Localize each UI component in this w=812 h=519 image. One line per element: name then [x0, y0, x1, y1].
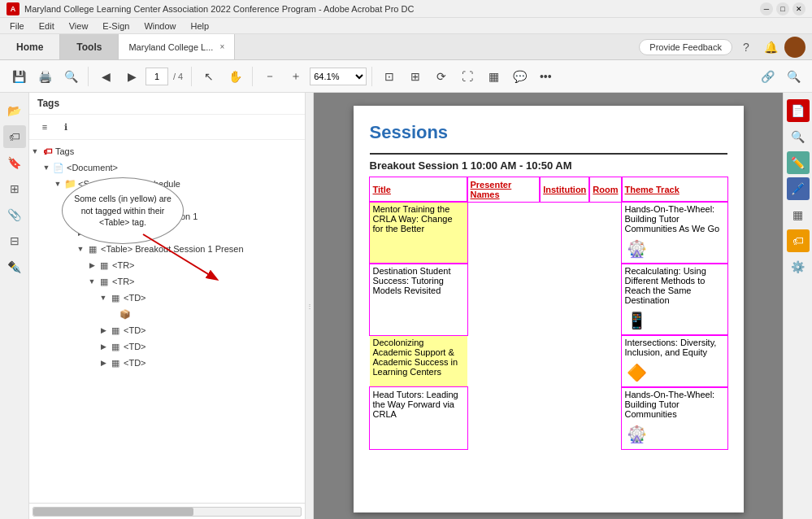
sidebar-tags-icon[interactable]: 🏷 — [3, 125, 26, 148]
expand-obj — [107, 308, 119, 320]
right-icon-tools[interactable]: ▦ — [787, 203, 810, 226]
share-button[interactable]: 🔗 — [755, 64, 779, 89]
tags-scroll-thumb — [33, 508, 193, 516]
right-icon-comment[interactable]: ✏️ — [787, 151, 810, 174]
sidebar-attachment-icon[interactable]: 📎 — [3, 203, 26, 226]
menu-help[interactable]: Help — [185, 20, 216, 32]
expand-td4[interactable]: ▶ — [98, 357, 109, 369]
user-avatar[interactable] — [784, 37, 805, 58]
resize-icon: ⋮ — [306, 303, 313, 310]
sidebar-pages-icon[interactable]: ⊟ — [3, 229, 26, 252]
td-institution-4 — [540, 387, 589, 449]
forward-button[interactable]: ▶ — [119, 64, 144, 89]
td-title-1: Mentor Training the CRLA Way: Change for… — [370, 202, 467, 264]
more-button[interactable]: ••• — [533, 64, 558, 89]
tab-bar: Home Tools Maryland College L... × Provi… — [0, 34, 812, 60]
save-button[interactable]: 💾 — [7, 64, 31, 89]
expand-table[interactable]: ▼ — [75, 243, 86, 255]
right-icon-pdf[interactable]: 📄 — [787, 99, 810, 122]
maximize-button[interactable]: □ — [776, 2, 789, 15]
tab-tools[interactable]: Tools — [60, 34, 119, 59]
fit-width-button[interactable]: ⊞ — [403, 64, 428, 89]
rotate-button[interactable]: ⟳ — [429, 64, 454, 89]
sidebar-sign-icon[interactable]: ✒️ — [3, 255, 26, 278]
sidebar-layers-icon[interactable]: ⊞ — [3, 177, 26, 200]
toolbar: 💾 🖨️ 🔍 ◀ ▶ / 4 ↖ ✋ － ＋ 64.1% 50% 75% 100… — [0, 60, 812, 93]
right-icon-tag[interactable]: 🏷 — [787, 229, 810, 252]
tree-item-td3[interactable]: ▶ ▦ <TD> — [29, 338, 305, 355]
zoom-out-button[interactable]: － — [258, 64, 282, 89]
right-icon-settings[interactable]: ⚙️ — [787, 255, 810, 278]
right-icon-edit[interactable]: 🖊️ — [787, 177, 810, 200]
th-room: Room — [589, 177, 621, 202]
tab-right-controls: Provide Feedback ? 🔔 — [639, 34, 812, 59]
expand-td1[interactable]: ▼ — [98, 292, 109, 303]
tab-doc-label: Maryland College L... — [128, 42, 213, 52]
provide-feedback-button[interactable]: Provide Feedback — [639, 39, 732, 55]
expand-tr1[interactable]: ▶ — [86, 260, 98, 271]
expand-td2[interactable]: ▶ — [98, 325, 109, 336]
cursor-tool[interactable]: ↖ — [197, 64, 221, 89]
tree-item-document[interactable]: ▼ 📄 <Document> — [29, 159, 305, 176]
crop-button[interactable]: ⛶ — [455, 64, 480, 89]
menu-window[interactable]: Window — [137, 20, 182, 32]
hand-tool[interactable]: ✋ — [223, 64, 247, 89]
tree-item-obj[interactable]: 📦 — [29, 306, 305, 322]
forms-button[interactable]: ▦ — [481, 64, 506, 89]
expand-document[interactable]: ▼ — [41, 162, 52, 173]
tags-view-btn[interactable]: ≡ — [36, 118, 54, 136]
tab-document[interactable]: Maryland College L... × — [119, 34, 235, 59]
tree-item-td2[interactable]: ▶ ▦ <TD> — [29, 322, 305, 338]
separator-3 — [252, 67, 253, 86]
theme-icon-2: 📱 — [625, 308, 649, 333]
fit-page-button[interactable]: ⊡ — [377, 64, 402, 89]
comment-button[interactable]: 💬 — [507, 64, 532, 89]
zoom-in-button[interactable]: ＋ — [284, 64, 308, 89]
expand-tr2[interactable]: ▼ — [86, 276, 98, 287]
zoom-out-search-button[interactable]: 🔍 — [59, 64, 83, 89]
help-button[interactable]: ? — [736, 37, 757, 58]
panel-resize-handle[interactable]: ⋮ — [306, 93, 314, 519]
search-user-button[interactable]: 🔍 — [781, 64, 805, 89]
tree-item-td1[interactable]: ▼ ▦ <TD> — [29, 290, 305, 306]
expand-td3[interactable]: ▶ — [98, 341, 109, 352]
print-button[interactable]: 🖨️ — [33, 64, 57, 89]
minimize-button[interactable]: ─ — [760, 2, 773, 15]
menu-view[interactable]: View — [63, 20, 95, 32]
tags-horizontal-scrollbar[interactable] — [29, 503, 305, 519]
tags-scroll-track — [33, 507, 302, 517]
td-room-4 — [589, 387, 621, 449]
sidebar-bookmark-icon[interactable]: 🔖 — [3, 151, 26, 174]
right-icon-search[interactable]: 🔍 — [787, 125, 810, 148]
tags-panel: Tags ≡ ℹ ▼ 🏷 Tags ▼ 📄 <Document> — [29, 93, 306, 519]
pdf-page: Sessions Breakout Session 1 10:00 AM - 1… — [354, 106, 744, 512]
zoom-select[interactable]: 64.1% 50% 75% 100% — [310, 68, 367, 85]
td-title-4: Head Tutors: Leading the Way Forward via… — [370, 387, 467, 449]
icon-tr2: ▦ — [98, 275, 111, 288]
back-button[interactable]: ◀ — [93, 64, 118, 89]
expand-tags-root[interactable]: ▼ — [29, 146, 41, 157]
th-presenter: Presenter Names — [467, 177, 541, 202]
theme-text-3: Intersections: Diversity, Inclusion, and… — [625, 338, 724, 357]
table-row: Head Tutors: Leading the Way Forward via… — [370, 387, 727, 449]
notifications-button[interactable]: 🔔 — [760, 37, 781, 58]
theme-icon-3: 🔶 — [625, 360, 649, 385]
page-number-input[interactable] — [145, 68, 168, 85]
tags-info-btn[interactable]: ℹ — [57, 118, 75, 136]
tab-home[interactable]: Home — [0, 34, 60, 59]
pdf-content-area[interactable]: Sessions Breakout Session 1 10:00 AM - 1… — [314, 93, 783, 519]
icon-td3: ▦ — [109, 340, 122, 353]
tab-home-label: Home — [16, 41, 43, 53]
menu-file[interactable]: File — [3, 20, 31, 32]
menu-esign[interactable]: E-Sign — [96, 20, 136, 32]
tree-item-tags-root[interactable]: ▼ 🏷 Tags — [29, 143, 305, 159]
tree-item-td4[interactable]: ▶ ▦ <TD> — [29, 355, 305, 371]
session-table: Title Presenter Names Institution Room T… — [370, 177, 727, 449]
theme-icon-1: 🎡 — [625, 237, 649, 261]
close-button[interactable]: ✕ — [792, 2, 805, 15]
sidebar-open-icon[interactable]: 📂 — [3, 99, 26, 122]
tab-close-button[interactable]: × — [219, 42, 224, 51]
tags-header: Tags — [29, 93, 305, 115]
tags-title: Tags — [37, 98, 59, 109]
menu-edit[interactable]: Edit — [33, 20, 61, 32]
